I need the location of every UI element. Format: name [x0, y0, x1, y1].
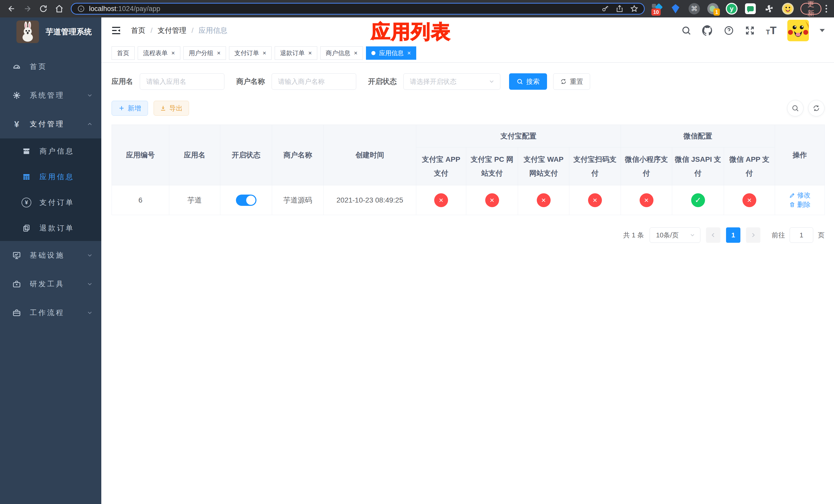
- tab-refund-orders[interactable]: 退款订单×: [275, 46, 317, 60]
- tags-view-bar: 首页 流程表单× 用户分组× 支付订单× 退款订单× 商户信息× 应用信息×: [101, 44, 834, 63]
- profile-avatar-icon[interactable]: [782, 3, 794, 15]
- cell-app-name: 芋道: [169, 185, 220, 215]
- edit-link[interactable]: 修改: [789, 191, 811, 200]
- chevron-down-icon: [86, 310, 93, 316]
- user-avatar[interactable]: [787, 20, 809, 41]
- breadcrumb-home[interactable]: 首页: [131, 26, 146, 36]
- close-icon[interactable]: ×: [308, 49, 312, 56]
- pagination-total: 共 1 条: [623, 231, 644, 240]
- chrome-update-button[interactable]: 更新: [800, 3, 821, 15]
- font-size-icon[interactable]: TT: [766, 26, 776, 36]
- sidebar-item-dev-tools[interactable]: 研发工具: [0, 270, 101, 298]
- site-info-icon[interactable]: [77, 5, 85, 13]
- status-select[interactable]: 请选择开启状态: [403, 73, 500, 90]
- goto-page-input[interactable]: [790, 227, 813, 243]
- payment-submenu: 商户信息 应用信息 ¥ 支付订单 退款订单: [0, 138, 101, 241]
- toolbox-icon: [11, 280, 22, 289]
- sidebar-menu: 首页 系统管理 ¥ 支付管理 商户信息 应用信息: [0, 52, 101, 327]
- extension-gem-icon[interactable]: [670, 3, 681, 15]
- sidebar-item-app-info[interactable]: 应用信息: [0, 164, 101, 190]
- close-icon[interactable]: ×: [407, 49, 411, 56]
- app-name-input[interactable]: [140, 73, 224, 90]
- col-alipay-qr: 支付宝扫码支付: [569, 147, 621, 185]
- col-app-name: 应用名: [169, 125, 220, 185]
- next-page-button[interactable]: [746, 227, 761, 243]
- extension-grid-icon[interactable]: 10: [651, 3, 663, 15]
- tab-user-group[interactable]: 用户分组×: [183, 46, 226, 60]
- col-alipay-wap: 支付宝 WAP 网站支付: [518, 147, 569, 185]
- extension-badge: 1: [714, 8, 720, 16]
- help-icon[interactable]: [724, 25, 734, 36]
- url-bar[interactable]: localhost:1024/pay/app: [71, 3, 645, 15]
- document-icon: [21, 224, 32, 232]
- github-icon[interactable]: [702, 25, 713, 36]
- gear-icon: [11, 91, 22, 100]
- browser-menu-icon[interactable]: [824, 3, 829, 15]
- app-logo[interactable]: 芋道管理系统: [0, 18, 101, 46]
- reset-button[interactable]: 重置: [553, 73, 590, 90]
- sidebar-item-infrastructure[interactable]: 基础设施: [0, 241, 101, 270]
- dashboard-icon: [11, 62, 22, 71]
- col-wechat-jsapi: 微信 JSAPI 支付: [672, 147, 724, 185]
- page-number-1[interactable]: 1: [726, 227, 740, 243]
- yen-circle-icon: ¥: [21, 198, 32, 207]
- sidebar-item-refund-orders[interactable]: 退款订单: [0, 215, 101, 241]
- breadcrumb-current: 应用信息: [199, 26, 227, 36]
- tab-merchant-info[interactable]: 商户信息×: [320, 46, 363, 60]
- refresh-button[interactable]: [808, 100, 825, 116]
- col-merchant: 商户名称: [272, 125, 324, 185]
- chevron-down-icon[interactable]: [820, 29, 825, 35]
- close-icon[interactable]: ×: [263, 49, 266, 56]
- extension-avatar-icon[interactable]: 1: [707, 3, 719, 15]
- reload-icon[interactable]: [37, 2, 50, 16]
- status-wechat-mini: ×: [640, 193, 654, 207]
- col-group-alipay: 支付宝配置: [416, 125, 621, 147]
- page-unit-label: 页: [818, 231, 825, 240]
- col-created: 创建时间: [324, 125, 416, 185]
- export-button[interactable]: 导出: [154, 101, 189, 116]
- extensions-puzzle-icon[interactable]: [763, 3, 775, 15]
- tab-process-form[interactable]: 流程表单×: [138, 46, 180, 60]
- key-icon[interactable]: [601, 5, 609, 13]
- tab-app-info[interactable]: 应用信息×: [366, 46, 416, 60]
- prev-page-button[interactable]: [706, 227, 720, 243]
- forward-icon[interactable]: [21, 2, 35, 16]
- delete-link[interactable]: 删除: [789, 200, 811, 209]
- sidebar-item-payment[interactable]: ¥ 支付管理: [0, 110, 101, 138]
- sidebar-item-system[interactable]: 系统管理: [0, 81, 101, 110]
- breadcrumb: 首页 / 支付管理 / 应用信息: [131, 26, 227, 36]
- bookmark-star-icon[interactable]: [630, 5, 638, 13]
- extension-y-icon[interactable]: y: [726, 3, 738, 15]
- add-button[interactable]: 新增: [112, 101, 148, 116]
- store-icon: [21, 147, 32, 155]
- close-icon[interactable]: ×: [354, 49, 357, 56]
- extension-badge: 10: [652, 8, 661, 16]
- app-title: 芋道管理系统: [46, 27, 92, 37]
- fullscreen-icon[interactable]: [745, 25, 755, 36]
- status-alipay-app: ×: [434, 193, 448, 207]
- monitor-icon: [11, 251, 22, 260]
- tab-home[interactable]: 首页: [112, 46, 135, 60]
- tab-pay-orders[interactable]: 支付订单×: [229, 46, 271, 60]
- browser-toolbar: localhost:1024/pay/app 10 ⌘ 1 y 更新: [0, 0, 834, 18]
- close-icon[interactable]: ×: [171, 49, 175, 56]
- sidebar-item-home[interactable]: 首页: [0, 52, 101, 81]
- collapse-sidebar-icon[interactable]: [111, 25, 122, 36]
- search-icon[interactable]: [681, 25, 692, 36]
- chevron-down-icon: [86, 92, 93, 99]
- sidebar-item-pay-orders[interactable]: ¥ 支付订单: [0, 190, 101, 215]
- page-size-select[interactable]: 10条/页: [650, 227, 700, 243]
- toggle-search-button[interactable]: [787, 100, 804, 116]
- back-icon[interactable]: [5, 2, 19, 16]
- search-button[interactable]: 搜索: [509, 73, 547, 90]
- share-icon[interactable]: [616, 5, 623, 13]
- extension-command-icon[interactable]: ⌘: [688, 3, 700, 15]
- close-icon[interactable]: ×: [217, 49, 221, 56]
- home-icon[interactable]: [52, 2, 66, 16]
- enabled-toggle[interactable]: [236, 194, 257, 206]
- sidebar-item-workflow[interactable]: 工作流程: [0, 298, 101, 327]
- breadcrumb-payment[interactable]: 支付管理: [158, 26, 186, 36]
- merchant-name-input[interactable]: [271, 73, 356, 90]
- sidebar-item-merchant-info[interactable]: 商户信息: [0, 138, 101, 164]
- extension-chat-icon[interactable]: [745, 3, 756, 15]
